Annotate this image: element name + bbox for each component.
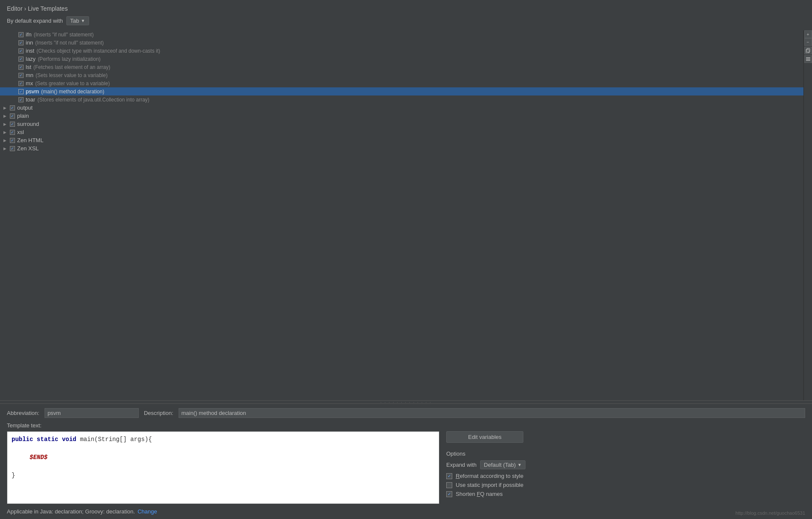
expand-with-options-row: Expand with Default (Tab) ▼ bbox=[446, 460, 575, 469]
form-row-abbrev-desc: Abbreviation: Description: bbox=[7, 408, 805, 418]
expand-default-value: Tab bbox=[70, 18, 79, 24]
expand-arrow-output: ▶ bbox=[2, 106, 8, 110]
expand-arrow-plain: ▶ bbox=[2, 114, 8, 118]
tree-item-toar[interactable]: toar (Stores elements of java.util.Colle… bbox=[0, 95, 812, 104]
tree-group-plain[interactable]: ▶ plain bbox=[0, 112, 812, 120]
checkbox-inst[interactable] bbox=[18, 48, 24, 54]
checkbox-xsl[interactable] bbox=[10, 130, 15, 135]
item-name-inn: inn bbox=[26, 39, 33, 46]
options-section: Options Expand with Default (Tab) ▼ Refo… bbox=[446, 450, 575, 500]
item-name-ifn: ifn bbox=[26, 31, 32, 38]
group-name-surround: surround bbox=[17, 121, 39, 127]
reformat-label: Reformat according to style bbox=[456, 473, 523, 479]
checkbox-inn[interactable] bbox=[18, 40, 24, 45]
static-import-checkbox[interactable] bbox=[446, 482, 452, 488]
tree-group-xsl[interactable]: ▶ xsl bbox=[0, 128, 812, 136]
group-name-zen-html: Zen HTML bbox=[17, 137, 43, 143]
checkbox-surround[interactable] bbox=[10, 122, 15, 127]
tree-item-psvm[interactable]: psvm (main() method declaration) bbox=[0, 87, 812, 95]
checkbox-plain[interactable] bbox=[10, 113, 15, 119]
item-name-toar: toar bbox=[26, 96, 35, 103]
checkbox-zen-html[interactable] bbox=[10, 138, 15, 143]
checkbox-lst[interactable] bbox=[18, 65, 24, 70]
chevron-down-icon-options: ▼ bbox=[517, 462, 522, 467]
right-options-panel: Edit variables Options Expand with Defau… bbox=[446, 431, 575, 504]
item-desc-ifn: (Inserts "if null" statement) bbox=[34, 32, 94, 38]
tree-item-mn[interactable]: mn (Sets lesser value to a variable) bbox=[0, 71, 812, 79]
template-section: public static void main(String[] args){ … bbox=[7, 431, 805, 504]
breadcrumb: Editor › Live Templates bbox=[0, 5, 812, 16]
checkbox-mn[interactable] bbox=[18, 73, 24, 78]
group-name-zen-xsl: Zen XSL bbox=[17, 145, 39, 152]
static-import-label: Use static import if possible bbox=[456, 482, 523, 488]
tree-item-ifn[interactable]: ifn (Inserts "if null" statement) bbox=[0, 30, 812, 39]
template-text-editor[interactable]: public static void main(String[] args){ … bbox=[7, 431, 439, 504]
item-name-lst: lst bbox=[26, 64, 31, 70]
description-input[interactable] bbox=[179, 408, 805, 418]
tree-item-lst[interactable]: lst (Fetches last element of an array) bbox=[0, 63, 812, 71]
tree-item-inst[interactable]: inst (Checks object type with instanceof… bbox=[0, 47, 812, 55]
expand-with-options-value: Default (Tab) bbox=[484, 462, 516, 468]
expand-arrow-xsl: ▶ bbox=[2, 130, 8, 134]
tree-item-inn[interactable]: inn (Inserts "if not null" statement) bbox=[0, 39, 812, 47]
code-closing-brace: } bbox=[12, 472, 15, 479]
svg-rect-4 bbox=[806, 60, 810, 61]
code-main-signature: main(String[] args){ bbox=[80, 436, 152, 443]
expand-default-label: By default expand with bbox=[7, 18, 63, 24]
tree-item-lazy[interactable]: lazy (Performs lazy initialization) bbox=[0, 55, 812, 63]
abbreviation-input[interactable] bbox=[45, 408, 139, 418]
tree-group-zen-xsl[interactable]: ▶ Zen XSL bbox=[0, 144, 812, 152]
checkbox-mx[interactable] bbox=[18, 81, 24, 86]
item-desc-mx: (Sets greater value to a variable) bbox=[35, 81, 110, 86]
keyword-public: public bbox=[12, 436, 33, 443]
item-name-inst: inst bbox=[26, 48, 34, 54]
reformat-checkbox[interactable] bbox=[446, 473, 452, 479]
checkbox-lazy[interactable] bbox=[18, 57, 24, 62]
expand-default-dropdown[interactable]: Tab ▼ bbox=[66, 16, 89, 25]
svg-rect-1 bbox=[806, 49, 809, 53]
item-name-mn: mn bbox=[26, 72, 33, 78]
chevron-down-icon: ▼ bbox=[81, 18, 85, 23]
item-name-psvm: psvm bbox=[26, 88, 39, 95]
svg-rect-0 bbox=[807, 48, 810, 52]
applicable-text: Applicable in Java: declaration; Groovy:… bbox=[7, 508, 135, 515]
checkbox-output[interactable] bbox=[10, 105, 15, 110]
checkbox-ifn[interactable] bbox=[18, 32, 24, 37]
abbreviation-label: Abbreviation: bbox=[7, 410, 39, 416]
shorten-fq-checkbox[interactable] bbox=[446, 491, 452, 497]
expand-with-options-label: Expand with bbox=[446, 462, 477, 468]
expand-with-options-dropdown[interactable]: Default (Tab) ▼ bbox=[480, 460, 525, 469]
shorten-fq-label: Shorten FQ names bbox=[456, 491, 503, 497]
expand-arrow-zen-html: ▶ bbox=[2, 138, 8, 143]
menu-template-button[interactable] bbox=[804, 55, 812, 63]
tree-group-output[interactable]: ▶ output bbox=[0, 104, 812, 112]
static-import-option-row: Use static import if possible bbox=[446, 482, 575, 488]
item-desc-psvm: (main() method declaration) bbox=[41, 89, 104, 95]
copy-template-button[interactable] bbox=[804, 47, 812, 54]
checkbox-toar[interactable] bbox=[18, 97, 24, 102]
item-desc-toar: (Stores elements of java.util.Collection… bbox=[37, 97, 149, 103]
tree-scrollbar: + − bbox=[803, 30, 812, 400]
bottom-panel: Abbreviation: Description: Template text… bbox=[0, 404, 812, 519]
tree-item-mx[interactable]: mx (Sets greater value to a variable) bbox=[0, 79, 812, 87]
tree-group-zen-html[interactable]: ▶ Zen HTML bbox=[0, 136, 812, 144]
item-desc-mn: (Sets lesser value to a variable) bbox=[36, 72, 107, 78]
group-name-output: output bbox=[17, 104, 33, 111]
checkbox-zen-xsl[interactable] bbox=[10, 146, 15, 151]
remove-template-button[interactable]: − bbox=[804, 38, 812, 46]
tree-group-surround[interactable]: ▶ surround bbox=[0, 120, 812, 128]
template-text-label: Template text: bbox=[7, 422, 42, 429]
item-name-lazy: lazy bbox=[26, 56, 36, 62]
split-divider[interactable]: · · · · · · · · · · · · · bbox=[0, 400, 812, 404]
description-label: Description: bbox=[144, 410, 173, 416]
group-name-plain: plain bbox=[17, 113, 29, 119]
checkbox-psvm[interactable] bbox=[18, 89, 24, 94]
template-tree: ifn (Inserts "if null" statement) inn (I… bbox=[0, 30, 812, 400]
add-template-button[interactable]: + bbox=[804, 30, 812, 38]
change-link[interactable]: Change bbox=[137, 508, 157, 515]
group-name-xsl: xsl bbox=[17, 129, 24, 135]
expand-with-row: By default expand with Tab ▼ bbox=[0, 16, 812, 30]
edit-variables-button[interactable]: Edit variables bbox=[446, 431, 523, 443]
item-desc-inn: (Inserts "if not null" statement) bbox=[35, 40, 104, 46]
keyword-void: void bbox=[62, 436, 77, 443]
